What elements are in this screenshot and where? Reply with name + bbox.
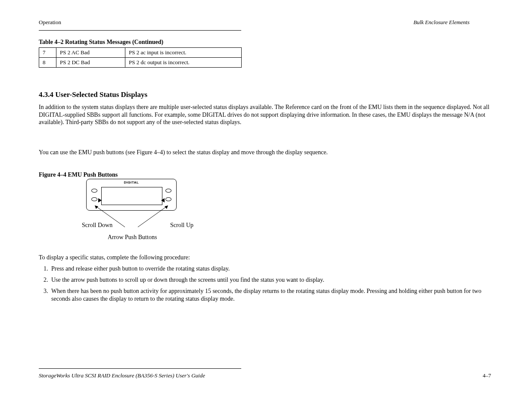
header-rule xyxy=(39,30,241,31)
running-header: Operation Bulk Enclosure Elements xyxy=(39,19,470,26)
running-footer: StorageWorks Ultra SCSI RAID Enclosure (… xyxy=(39,372,491,379)
panel-button-bottom-right xyxy=(165,197,171,201)
table-row: 7 PS 2 AC Bad PS 2 ac input is incorrect… xyxy=(39,48,242,58)
cell-no: 8 xyxy=(39,58,56,68)
label-scroll-up: Scroll Up xyxy=(170,222,193,229)
brand-label: DIGITAL xyxy=(124,181,139,184)
section-paragraph-2: You can use the EMU push buttons (see Fi… xyxy=(39,149,340,156)
header-left: Operation xyxy=(39,19,61,26)
header-right: Bulk Enclosure Elements xyxy=(414,19,470,26)
footer-left: StorageWorks Ultra SCSI RAID Enclosure (… xyxy=(39,372,205,379)
table-row: 8 PS 2 DC Bad PS 2 dc output is incorrec… xyxy=(39,58,242,68)
panel-button-top-right xyxy=(165,189,171,193)
label-arrow-buttons: Arrow Push Buttons xyxy=(108,234,157,241)
emu-screen xyxy=(101,187,162,205)
cell-msg: PS 2 AC Bad xyxy=(56,48,125,58)
triangle-right-icon xyxy=(161,198,165,202)
footer-right: 4–7 xyxy=(483,372,492,379)
procedure-list: Press and release either push button to … xyxy=(50,265,485,306)
list-item: When there has been no push button activ… xyxy=(50,287,485,303)
figure-caption: Figure 4–4 EMU Push Buttons xyxy=(39,171,118,178)
cell-msg: PS 2 DC Bad xyxy=(56,58,125,68)
cell-desc: PS 2 ac input is incorrect. xyxy=(125,48,242,58)
section-heading: 4.3.4 User-Selected Status Displays xyxy=(39,90,147,99)
footer-rule xyxy=(39,368,241,369)
document-page: Operation Bulk Enclosure Elements Table … xyxy=(0,0,532,411)
list-item: Press and release either push button to … xyxy=(50,265,485,273)
triangle-left-icon xyxy=(98,198,102,202)
steps-intro: To display a specific status, complete t… xyxy=(39,254,190,261)
table-title: Table 4–2 Rotating Status Messages (Cont… xyxy=(39,39,163,46)
section-paragraph-1: In addition to the system status display… xyxy=(39,103,491,126)
status-messages-table: 7 PS 2 AC Bad PS 2 ac input is incorrect… xyxy=(39,47,242,68)
panel-button-bottom-left xyxy=(91,197,97,201)
label-scroll-down: Scroll Down xyxy=(82,222,112,229)
panel-button-top-left xyxy=(91,189,97,193)
cell-desc: PS 2 dc output is incorrect. xyxy=(125,58,242,68)
emu-panel: DIGITAL xyxy=(86,179,177,211)
cell-no: 7 xyxy=(39,48,56,58)
list-item: Use the arrow push buttons to scroll up … xyxy=(50,276,485,284)
emu-panel-figure: DIGITAL xyxy=(86,179,185,211)
